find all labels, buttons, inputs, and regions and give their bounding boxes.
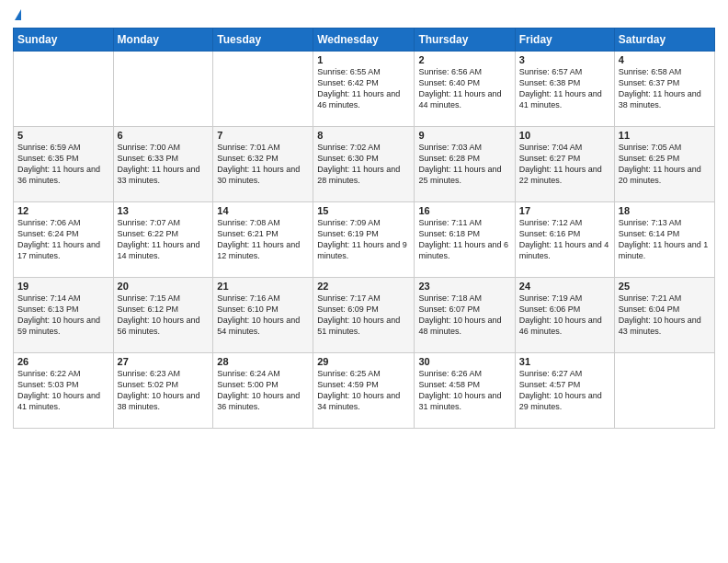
day-number: 7 (217, 130, 309, 141)
calendar-week-row: 12Sunrise: 7:06 AM Sunset: 6:24 PM Dayli… (14, 202, 715, 278)
logo (13, 9, 21, 20)
day-info: Sunrise: 6:24 AM Sunset: 5:00 PM Dayligh… (217, 368, 309, 413)
day-info: Sunrise: 6:26 AM Sunset: 4:58 PM Dayligh… (418, 368, 510, 413)
day-info: Sunrise: 6:22 AM Sunset: 5:03 PM Dayligh… (17, 368, 109, 413)
day-number: 30 (418, 356, 510, 367)
day-number: 5 (17, 130, 109, 141)
day-info: Sunrise: 7:04 AM Sunset: 6:27 PM Dayligh… (519, 142, 610, 187)
table-row: 17Sunrise: 7:12 AM Sunset: 6:16 PM Dayli… (515, 202, 614, 278)
day-info: Sunrise: 6:55 AM Sunset: 6:42 PM Dayligh… (317, 66, 410, 111)
day-info: Sunrise: 7:02 AM Sunset: 6:30 PM Dayligh… (317, 142, 410, 187)
day-info: Sunrise: 6:59 AM Sunset: 6:35 PM Dayligh… (17, 142, 109, 187)
day-info: Sunrise: 7:03 AM Sunset: 6:28 PM Dayligh… (418, 142, 510, 187)
table-row: 20Sunrise: 7:15 AM Sunset: 6:12 PM Dayli… (113, 278, 213, 353)
day-number: 1 (317, 54, 410, 65)
day-info: Sunrise: 7:07 AM Sunset: 6:22 PM Dayligh… (118, 217, 210, 262)
day-number: 29 (317, 356, 410, 367)
day-number: 16 (418, 205, 510, 216)
day-info: Sunrise: 7:11 AM Sunset: 6:18 PM Dayligh… (418, 217, 510, 262)
table-row: 13Sunrise: 7:07 AM Sunset: 6:22 PM Dayli… (113, 202, 213, 278)
calendar-week-row: 26Sunrise: 6:22 AM Sunset: 5:03 PM Dayli… (14, 353, 715, 429)
day-info: Sunrise: 7:13 AM Sunset: 6:14 PM Dayligh… (619, 217, 711, 262)
day-info: Sunrise: 7:05 AM Sunset: 6:25 PM Dayligh… (619, 142, 711, 187)
table-row: 21Sunrise: 7:16 AM Sunset: 6:10 PM Dayli… (213, 278, 313, 353)
table-row: 29Sunrise: 6:25 AM Sunset: 4:59 PM Dayli… (313, 353, 415, 429)
day-number: 31 (519, 356, 610, 367)
table-row: 10Sunrise: 7:04 AM Sunset: 6:27 PM Dayli… (515, 127, 614, 202)
table-row: 30Sunrise: 6:26 AM Sunset: 4:58 PM Dayli… (415, 353, 515, 429)
page: Sunday Monday Tuesday Wednesday Thursday… (0, 0, 728, 563)
day-number: 27 (118, 356, 210, 367)
day-info: Sunrise: 6:56 AM Sunset: 6:40 PM Dayligh… (418, 66, 510, 111)
table-row: 26Sunrise: 6:22 AM Sunset: 5:03 PM Dayli… (14, 353, 114, 429)
day-info: Sunrise: 7:06 AM Sunset: 6:24 PM Dayligh… (17, 217, 109, 262)
day-number: 21 (217, 281, 309, 292)
day-number: 28 (217, 356, 309, 367)
table-row: 1Sunrise: 6:55 AM Sunset: 6:42 PM Daylig… (313, 52, 415, 127)
table-row: 16Sunrise: 7:11 AM Sunset: 6:18 PM Dayli… (415, 202, 515, 278)
table-row (14, 52, 114, 127)
table-row: 7Sunrise: 7:01 AM Sunset: 6:32 PM Daylig… (213, 127, 313, 202)
day-info: Sunrise: 7:21 AM Sunset: 6:04 PM Dayligh… (619, 293, 711, 338)
day-number: 2 (418, 54, 510, 65)
day-number: 12 (17, 205, 109, 216)
calendar: Sunday Monday Tuesday Wednesday Thursday… (13, 28, 715, 429)
day-info: Sunrise: 7:08 AM Sunset: 6:21 PM Dayligh… (217, 217, 309, 262)
day-number: 23 (418, 281, 510, 292)
day-info: Sunrise: 7:12 AM Sunset: 6:16 PM Dayligh… (519, 217, 610, 262)
table-row: 28Sunrise: 6:24 AM Sunset: 5:00 PM Dayli… (213, 353, 313, 429)
day-number: 26 (17, 356, 109, 367)
day-number: 25 (619, 281, 711, 292)
calendar-week-row: 19Sunrise: 7:14 AM Sunset: 6:13 PM Dayli… (14, 278, 715, 353)
col-thursday: Thursday (415, 29, 515, 52)
calendar-week-row: 1Sunrise: 6:55 AM Sunset: 6:42 PM Daylig… (14, 52, 715, 127)
day-info: Sunrise: 6:27 AM Sunset: 4:57 PM Dayligh… (519, 368, 610, 413)
table-row: 8Sunrise: 7:02 AM Sunset: 6:30 PM Daylig… (313, 127, 415, 202)
col-saturday: Saturday (614, 29, 714, 52)
table-row: 12Sunrise: 7:06 AM Sunset: 6:24 PM Dayli… (14, 202, 114, 278)
col-tuesday: Tuesday (213, 29, 313, 52)
day-info: Sunrise: 7:19 AM Sunset: 6:06 PM Dayligh… (519, 293, 610, 338)
table-row: 5Sunrise: 6:59 AM Sunset: 6:35 PM Daylig… (14, 127, 114, 202)
day-number: 24 (519, 281, 610, 292)
day-info: Sunrise: 6:23 AM Sunset: 5:02 PM Dayligh… (118, 368, 210, 413)
day-info: Sunrise: 6:58 AM Sunset: 6:37 PM Dayligh… (619, 66, 711, 111)
day-number: 13 (118, 205, 210, 216)
header (13, 9, 715, 20)
table-row (614, 353, 714, 429)
table-row: 11Sunrise: 7:05 AM Sunset: 6:25 PM Dayli… (614, 127, 714, 202)
day-number: 14 (217, 205, 309, 216)
table-row: 24Sunrise: 7:19 AM Sunset: 6:06 PM Dayli… (515, 278, 614, 353)
table-row: 23Sunrise: 7:18 AM Sunset: 6:07 PM Dayli… (415, 278, 515, 353)
calendar-week-row: 5Sunrise: 6:59 AM Sunset: 6:35 PM Daylig… (14, 127, 715, 202)
day-info: Sunrise: 7:16 AM Sunset: 6:10 PM Dayligh… (217, 293, 309, 338)
day-info: Sunrise: 7:01 AM Sunset: 6:32 PM Dayligh… (217, 142, 309, 187)
calendar-header-row: Sunday Monday Tuesday Wednesday Thursday… (14, 29, 715, 52)
day-number: 19 (17, 281, 109, 292)
table-row: 6Sunrise: 7:00 AM Sunset: 6:33 PM Daylig… (113, 127, 213, 202)
table-row: 25Sunrise: 7:21 AM Sunset: 6:04 PM Dayli… (614, 278, 714, 353)
table-row (113, 52, 213, 127)
table-row: 9Sunrise: 7:03 AM Sunset: 6:28 PM Daylig… (415, 127, 515, 202)
day-info: Sunrise: 6:57 AM Sunset: 6:38 PM Dayligh… (519, 66, 610, 111)
table-row: 15Sunrise: 7:09 AM Sunset: 6:19 PM Dayli… (313, 202, 415, 278)
table-row: 14Sunrise: 7:08 AM Sunset: 6:21 PM Dayli… (213, 202, 313, 278)
day-number: 15 (317, 205, 410, 216)
col-wednesday: Wednesday (313, 29, 415, 52)
table-row: 4Sunrise: 6:58 AM Sunset: 6:37 PM Daylig… (614, 52, 714, 127)
day-number: 8 (317, 130, 410, 141)
day-number: 9 (418, 130, 510, 141)
table-row (213, 52, 313, 127)
day-number: 22 (317, 281, 410, 292)
day-info: Sunrise: 7:00 AM Sunset: 6:33 PM Dayligh… (118, 142, 210, 187)
day-number: 4 (619, 54, 711, 65)
table-row: 3Sunrise: 6:57 AM Sunset: 6:38 PM Daylig… (515, 52, 614, 127)
day-number: 6 (118, 130, 210, 141)
col-friday: Friday (515, 29, 614, 52)
day-number: 3 (519, 54, 610, 65)
day-number: 17 (519, 205, 610, 216)
day-number: 18 (619, 205, 711, 216)
logo-triangle-icon (15, 9, 21, 20)
day-info: Sunrise: 7:15 AM Sunset: 6:12 PM Dayligh… (118, 293, 210, 338)
col-sunday: Sunday (14, 29, 114, 52)
